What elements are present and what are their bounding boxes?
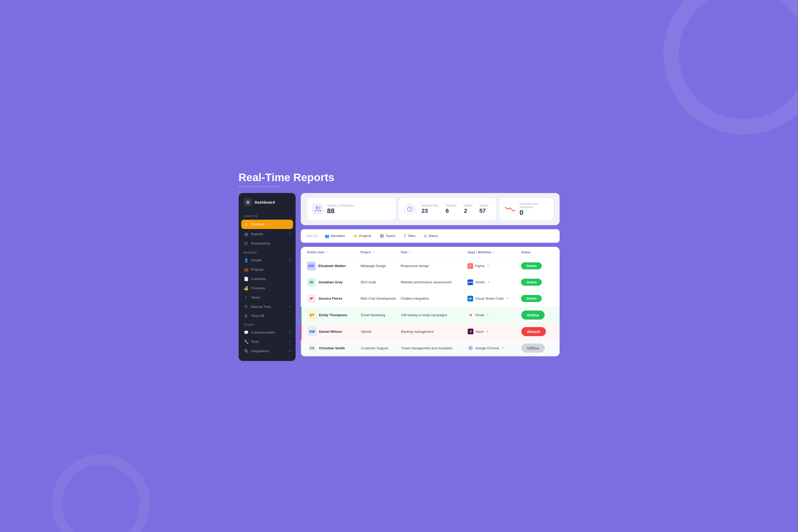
sidebar-logo: ⊞ Dashboard	[239, 198, 296, 212]
chevron-down-icon: ▾	[289, 340, 291, 343]
sort-icon-project: ⇅	[372, 251, 374, 253]
avatar-jonathan: JG	[307, 278, 316, 287]
reports-icon: ▤	[244, 232, 248, 236]
app-link-icon: ↗	[506, 297, 508, 300]
sidebar-item-label-time-off: Time Off	[251, 314, 264, 318]
status-badge-emily: Online	[521, 310, 545, 320]
realtime-icon: ⊙	[244, 222, 248, 227]
projects-icon: 💼	[244, 267, 248, 272]
members-stat-icon	[312, 203, 323, 215]
app-link-icon: ↗	[486, 330, 488, 333]
app-link-icon: ↗	[501, 346, 504, 350]
contracts-icon: 📄	[244, 277, 248, 281]
titles-filter-icon: T	[404, 234, 406, 238]
filter-label: Filter by:	[306, 234, 318, 238]
stat-working-multi: Working Now 23 Recently 6 Offline 2	[399, 198, 497, 220]
figma-icon: F	[467, 263, 473, 269]
user-name-daniel: Daniel Wilson	[319, 330, 342, 334]
screenshots-icon: ⊡	[244, 241, 248, 246]
absent-label: Absent	[479, 204, 488, 207]
chevron-down-icon: ▾	[289, 349, 291, 353]
clock-icon	[404, 203, 415, 215]
user-cell-emily: ET Emily Thompson	[308, 310, 361, 319]
col-apps-label: Apps / Websites	[467, 250, 491, 254]
filter-chip-members[interactable]: 👥 Members	[321, 232, 348, 240]
sidebar-item-realtime[interactable]: ⊙ Realtime	[241, 220, 293, 229]
recently-label: Recently	[446, 204, 457, 207]
section-label-analyze: ANALYZE	[239, 212, 296, 219]
stat-recently: Recently 6	[446, 204, 457, 214]
user-cell-jonathan: JG Jonathan Grey	[307, 278, 360, 287]
sidebar-item-label-people: People	[251, 258, 262, 262]
sidebar-item-manual-time[interactable]: ⏱ Manual Time ▾	[239, 302, 296, 311]
user-cell-christian: CS Christian Smith	[308, 344, 361, 353]
time-off-icon: 🗓	[244, 314, 248, 318]
status-filter-icon: ⊙	[424, 234, 427, 238]
app-link-icon: ↗	[487, 281, 489, 284]
task-emily: A/B testing of email campaigns	[401, 313, 468, 317]
table-row: ET Emily Thompson Email Marketing A/B te…	[301, 307, 560, 323]
user-cell-jessica: JF Jessica Flores	[307, 294, 360, 303]
nonproductive-value: 0	[519, 209, 548, 216]
filter-chip-status[interactable]: ⊙ Status	[420, 232, 442, 240]
nonproductive-info: Currently Non-productive 0	[519, 202, 548, 216]
chrome-icon	[468, 345, 474, 351]
user-cell-daniel: DW Daniel Wilson	[308, 327, 361, 336]
sidebar-item-label-communication: Communication	[251, 330, 275, 334]
sidebar-item-projects[interactable]: 💼 Projects	[239, 265, 296, 274]
app-name-christian: Google Chrome	[475, 346, 499, 350]
user-name-christian: Christian Smith	[319, 346, 345, 350]
sidebar-item-people[interactable]: 👤 People ▾	[239, 255, 296, 265]
svg-line-5	[471, 348, 472, 349]
sidebar: ⊞ Dashboard ANALYZE ⊙ Realtime ▤ Reports…	[239, 193, 296, 361]
col-header-task: Task ⇅	[401, 250, 468, 254]
col-task-label: Task	[401, 250, 407, 254]
status-cell-jessica: Online	[521, 295, 553, 302]
ahrefs-icon: ahrfs	[467, 280, 473, 285]
nonproductive-label: Currently Non-productive	[519, 202, 548, 209]
sidebar-item-integrations[interactable]: 🔌 Integrations ▾	[239, 346, 296, 356]
recently-value: 6	[446, 208, 457, 214]
page-title-area: Real-Time Reports	[239, 171, 560, 187]
avatar-jessica: JF	[307, 294, 316, 303]
sidebar-item-contracts[interactable]: 📄 Contracts	[239, 274, 296, 284]
sidebar-item-communication[interactable]: 💬 Communication ▾	[239, 328, 296, 337]
app-name-jonathan: Ahrefs	[475, 280, 485, 284]
sidebar-item-tasks[interactable]: ✓ Tasks	[239, 293, 296, 302]
tasks-icon: ✓	[244, 295, 248, 300]
sidebar-item-screenshots[interactable]: ⊡ Screenshots	[239, 239, 296, 248]
sidebar-item-tools[interactable]: 🔧 Tools ▾	[239, 337, 296, 346]
col-user-label: Online User	[307, 250, 324, 254]
working-now-label: Working Now	[422, 204, 439, 207]
filter-bar: Filter by: 👥 Members 📁 Projects 👫 Teams …	[301, 229, 560, 243]
dashboard-icon: ⊞	[244, 198, 252, 207]
chevron-down-icon: ▾	[289, 305, 291, 308]
slack-icon: #	[468, 329, 474, 334]
status-badge-jonathan: Online	[521, 279, 542, 286]
filter-chip-projects[interactable]: 📁 Projects	[350, 232, 375, 240]
sidebar-item-finances[interactable]: 💰 Finances	[239, 284, 296, 293]
task-jonathan: Website performance assessment	[401, 280, 468, 284]
sidebar-item-label-tasks: Tasks	[251, 296, 260, 299]
status-cell-emily: Online	[521, 310, 553, 320]
project-christian: Customer Support	[361, 346, 401, 350]
sort-icon-task: ⇅	[409, 251, 411, 253]
col-header-apps: Apps / Websites ⇅	[467, 250, 521, 254]
col-header-user: Online User ⇅	[307, 250, 360, 254]
stat-absent: Absent 57	[479, 204, 488, 214]
filter-chip-teams[interactable]: 👫 Teams	[376, 232, 399, 240]
task-christian: Ticket management and resolution	[401, 346, 468, 350]
table-header: Online User ⇅ Project ⇅ Task ⇅ Apps / We…	[301, 247, 560, 258]
sidebar-item-reports[interactable]: ▤ Reports ▾	[239, 229, 296, 239]
filter-chip-members-label: Members	[331, 234, 345, 238]
sidebar-item-label-projects: Projects	[251, 268, 264, 271]
members-filter-icon: 👥	[325, 234, 329, 238]
sidebar-item-time-off[interactable]: 🗓 Time Off	[239, 311, 296, 320]
user-name-elizabeth: Elizabeth Walker	[318, 264, 346, 268]
trend-down-chart	[504, 206, 516, 213]
status-badge-elizabeth: Online	[521, 262, 542, 269]
project-jonathan: SEO Audit	[360, 280, 401, 284]
members-info: Number of Members 88	[327, 204, 354, 214]
filter-chip-titles[interactable]: T Titles	[400, 232, 419, 240]
integrations-icon: 🔌	[244, 349, 248, 354]
